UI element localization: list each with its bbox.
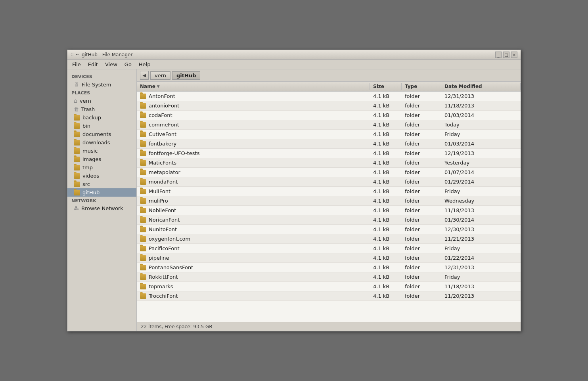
menu-bar: FileEditViewGoHelp <box>67 60 521 69</box>
file-date-cell: 01/22/2014 <box>441 254 521 262</box>
header-size[interactable]: Size <box>370 83 402 90</box>
title-bar: :: ~ gitHub - File Manager _ □ × <box>67 50 521 60</box>
file-name-cell: CutiveFont <box>137 130 370 138</box>
file-size-cell: 4.1 kB <box>370 263 402 272</box>
sidebar-item-label: downloads <box>82 140 110 146</box>
menu-item-help[interactable]: Help <box>136 61 154 68</box>
folder-icon <box>140 103 146 109</box>
table-row[interactable]: pipeline4.1 kBfolder01/22/2014 <box>137 253 521 263</box>
sidebar-item-github[interactable]: gitHub <box>67 188 136 197</box>
file-name: codaFont <box>149 112 172 118</box>
table-row[interactable]: mondaFont4.1 kBfolder01/29/2014 <box>137 177 521 187</box>
devices-label: DEVICES <box>67 73 136 80</box>
table-row[interactable]: TrocchiFont4.1 kBfolder11/20/2013 <box>137 291 521 301</box>
menu-item-go[interactable]: Go <box>121 61 135 68</box>
menu-item-edit[interactable]: Edit <box>85 61 101 68</box>
table-row[interactable]: MuliFont4.1 kBfolderFriday <box>137 187 521 196</box>
menu-item-file[interactable]: File <box>69 61 84 68</box>
sidebar-item-label: File System <box>82 82 111 88</box>
table-row[interactable]: muliPro4.1 kBfolderWednesday <box>137 196 521 206</box>
sidebar-item-label: backup <box>82 115 101 121</box>
back-button[interactable]: ◀ <box>140 71 149 80</box>
file-name-cell: commeFont <box>137 121 370 129</box>
folder-icon <box>140 122 146 128</box>
sidebar-item-trash[interactable]: 🗑 Trash <box>67 105 136 113</box>
table-row[interactable]: CutiveFont4.1 kBfolderFriday <box>137 130 521 139</box>
file-type-cell: folder <box>402 130 441 138</box>
sidebar-item-label: src <box>82 181 90 187</box>
sidebar-item-backup[interactable]: backup <box>67 113 136 122</box>
folder-icon <box>140 217 146 223</box>
file-size-cell: 4.1 kB <box>370 235 402 243</box>
status-text: 22 items, Free space: 93.5 GB <box>141 324 212 329</box>
sidebar-item-filesystem[interactable]: 🖥 File System <box>67 80 136 89</box>
file-size-cell: 4.1 kB <box>370 216 402 224</box>
table-row[interactable]: codaFont4.1 kBfolder01/03/2014 <box>137 111 521 120</box>
header-name[interactable]: Name ▼ <box>137 83 370 90</box>
sidebar-item-vern[interactable]: ⌂ vern <box>67 96 136 105</box>
file-type-cell: folder <box>402 216 441 224</box>
file-type-cell: folder <box>402 168 441 176</box>
table-row[interactable]: RokkittFont4.1 kBfolderFriday <box>137 272 521 282</box>
title-bar-left: :: ~ gitHub - File Manager <box>71 52 132 57</box>
sidebar-item-music[interactable]: music <box>67 147 136 155</box>
file-size-cell: 4.1 kB <box>370 168 402 176</box>
file-name-cell: muliPro <box>137 197 370 205</box>
sidebar-item-browse-network[interactable]: 🖧 Browse Network <box>67 204 136 213</box>
table-row[interactable]: topmarks4.1 kBfolder11/18/2013 <box>137 282 521 291</box>
file-date-cell: 11/20/2013 <box>441 292 521 300</box>
table-row[interactable]: metapolator4.1 kBfolder01/07/2014 <box>137 168 521 177</box>
close-button[interactable]: × <box>511 52 517 58</box>
table-row[interactable]: fontbakery4.1 kBfolder01/03/2014 <box>137 139 521 149</box>
file-name: CutiveFont <box>149 131 176 137</box>
network-label: NETWORK <box>67 197 136 204</box>
file-date-cell: 11/18/2013 <box>441 282 521 291</box>
file-name-cell: AntonFont <box>137 92 370 100</box>
sidebar-item-tmp[interactable]: tmp <box>67 163 136 172</box>
file-list: Name ▼ Size Type Date Modified AntonFont… <box>137 82 521 322</box>
main-content: DEVICES 🖥 File System PLACES ⌂ vern 🗑 Tr… <box>67 69 521 331</box>
sidebar-item-label: videos <box>82 173 99 179</box>
folder-icon <box>74 173 80 179</box>
file-name: antonioFont <box>149 103 179 109</box>
table-row[interactable]: commeFont4.1 kBfolderToday <box>137 120 521 130</box>
menu-item-view[interactable]: View <box>102 61 121 68</box>
header-date[interactable]: Date Modified <box>441 83 521 90</box>
folder-icon <box>74 140 80 146</box>
file-size-cell: 4.1 kB <box>370 225 402 234</box>
header-type[interactable]: Type <box>402 83 441 90</box>
file-name-cell: fontforge-UFO-tests <box>137 149 370 157</box>
table-row[interactable]: NobileFont4.1 kBfolder11/18/2013 <box>137 206 521 215</box>
title-bar-controls: _ □ × <box>495 52 517 58</box>
table-row[interactable]: PontanoSansFont4.1 kBfolder12/31/2013 <box>137 263 521 272</box>
file-name-cell: antonioFont <box>137 101 370 110</box>
title-prefix: :: ~ <box>71 52 79 57</box>
file-size-cell: 4.1 kB <box>370 187 402 195</box>
file-type-cell: folder <box>402 101 441 110</box>
folder-icon <box>74 182 80 187</box>
table-row[interactable]: AntonFont4.1 kBfolder12/31/2013 <box>137 92 521 101</box>
folder-icon <box>140 265 146 270</box>
table-row[interactable]: fontforge-UFO-tests4.1 kBfolder12/19/201… <box>137 149 521 158</box>
minimize-button[interactable]: _ <box>495 52 502 58</box>
table-row[interactable]: MaticFonts4.1 kBfolderYesterday <box>137 158 521 168</box>
breadcrumb-vern[interactable]: vern <box>150 71 170 80</box>
sidebar-item-images[interactable]: images <box>67 155 136 163</box>
file-date-cell: Today <box>441 121 521 129</box>
maximize-button[interactable]: □ <box>503 52 509 58</box>
sidebar-item-documents[interactable]: documents <box>67 130 136 138</box>
file-type-cell: folder <box>402 292 441 300</box>
table-row[interactable]: oxygenfont.com4.1 kBfolder11/21/2013 <box>137 234 521 244</box>
table-row[interactable]: NoricanFont4.1 kBfolder01/30/2014 <box>137 215 521 225</box>
table-row[interactable]: NunitoFont4.1 kBfolder12/30/2013 <box>137 225 521 234</box>
breadcrumb-github[interactable]: gitHub <box>172 71 200 80</box>
sidebar-item-videos[interactable]: videos <box>67 172 136 180</box>
file-name: oxygenfont.com <box>149 236 190 242</box>
file-size-cell: 4.1 kB <box>370 159 402 167</box>
sidebar-item-downloads[interactable]: downloads <box>67 138 136 147</box>
sidebar-item-src[interactable]: src <box>67 180 136 188</box>
sidebar-item-bin[interactable]: bin <box>67 122 136 130</box>
file-name: NoricanFont <box>149 217 180 223</box>
table-row[interactable]: antonioFont4.1 kBfolder11/18/2013 <box>137 101 521 111</box>
table-row[interactable]: PacificoFont4.1 kBfolderFriday <box>137 244 521 253</box>
